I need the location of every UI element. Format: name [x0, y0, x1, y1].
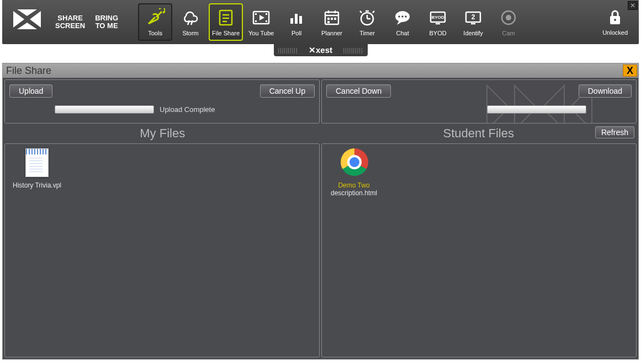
svg-rect-14 — [290, 18, 293, 24]
toolbar-item-label: Planner — [321, 30, 342, 36]
identify-icon: 2 — [463, 8, 484, 28]
file-share-close-button[interactable]: X — [623, 65, 637, 77]
toolbar-item-label: Storm — [182, 30, 198, 36]
svg-rect-10 — [255, 13, 257, 15]
download-button[interactable]: Download — [579, 84, 632, 98]
svg-rect-22 — [327, 21, 330, 23]
brand-text: ✕xest — [309, 45, 332, 55]
toolbar-identify-button[interactable]: 2 Identify — [456, 3, 490, 41]
svg-rect-21 — [334, 18, 336, 20]
toolbar-item-label: Timer — [359, 30, 375, 36]
svg-marker-45 — [515, 85, 537, 124]
toolbar-chat-button[interactable]: Chat — [385, 3, 420, 41]
svg-rect-13 — [266, 20, 267, 22]
upload-button[interactable]: Upload — [9, 84, 52, 98]
toolbar-tools-button[interactable]: Tools — [138, 3, 172, 41]
svg-point-43 — [614, 19, 616, 21]
chrome-icon — [341, 148, 367, 179]
student-files-header: Student Files — [321, 126, 637, 141]
youtube-icon — [251, 8, 272, 28]
toolbar-cam-button[interactable]: Cam — [491, 3, 526, 41]
cam-icon — [498, 8, 519, 28]
lock-button[interactable]: Unlocked — [602, 8, 628, 36]
share-screen-button[interactable]: SHARE SCREEN — [52, 14, 88, 30]
svg-marker-3 — [17, 23, 37, 29]
download-progress — [487, 105, 586, 114]
poll-icon — [286, 8, 307, 28]
top-toolbar: ✕ SHARE SCREEN BRING TO ME Tools Storm — [2, 0, 639, 44]
toolbar-byod-button[interactable]: BYOD BYOD — [421, 3, 455, 41]
file-share-title: File Share — [6, 65, 51, 77]
toolbar-item-label: Cam — [502, 30, 515, 36]
upload-panel: Upload Cancel Up Upload Complete — [4, 79, 320, 124]
toolbar-item-label: Identify — [463, 30, 483, 36]
svg-marker-44 — [487, 85, 509, 124]
file-item[interactable]: History Trivia.vpl — [9, 148, 65, 189]
svg-point-32 — [401, 15, 404, 18]
byod-icon: BYOD — [427, 8, 448, 28]
my-files-panel: History Trivia.vpl — [4, 143, 320, 357]
svg-rect-11 — [266, 13, 267, 15]
svg-point-31 — [398, 15, 400, 18]
file-name: description.html — [326, 189, 382, 197]
toolbar-item-label: Chat — [396, 30, 409, 36]
storm-icon — [180, 8, 201, 28]
toolbar-item-label: Poll — [292, 30, 301, 36]
tools-icon — [145, 8, 166, 28]
upload-status-label: Upload Complete — [160, 105, 215, 114]
my-files-header: My Files — [4, 126, 321, 141]
svg-rect-15 — [295, 14, 298, 24]
toolbar-close-button[interactable]: ✕ — [628, 1, 638, 10]
toolbar-youtube-button[interactable]: You Tube — [244, 3, 278, 41]
planner-icon — [321, 8, 342, 28]
file-share-titlebar: File Share X — [3, 63, 638, 78]
toolbar-item-label: File Share — [212, 30, 240, 36]
document-icon — [24, 148, 50, 179]
file-name: History Trivia.vpl — [9, 181, 65, 189]
toolbar-item-label: You Tube — [248, 30, 274, 36]
svg-marker-1 — [30, 11, 41, 28]
file-share-window: File Share X Upload Cancel Up Upload Com… — [2, 63, 639, 360]
lock-label: Unlocked — [602, 29, 628, 36]
upload-progress — [55, 105, 154, 114]
refresh-button[interactable]: Refresh — [595, 126, 634, 138]
cancel-up-button[interactable]: Cancel Up — [260, 84, 315, 98]
svg-rect-12 — [255, 20, 257, 22]
svg-marker-9 — [259, 15, 264, 20]
download-panel: Cancel Down Download — [321, 79, 637, 124]
app-logo — [2, 1, 52, 43]
svg-marker-46 — [542, 85, 564, 124]
svg-rect-20 — [331, 18, 333, 20]
brand-handle[interactable]: ✕xest — [274, 44, 368, 56]
cancel-down-button[interactable]: Cancel Down — [326, 84, 391, 98]
chat-icon — [392, 8, 413, 28]
bring-to-me-button[interactable]: BRING TO ME — [92, 14, 121, 30]
toolbar-item-label: Tools — [148, 30, 162, 36]
toolbar-timer-button[interactable]: Timer — [350, 3, 384, 41]
file-item[interactable]: Demo Two description.html — [326, 148, 382, 197]
toolbar-poll-button[interactable]: Poll — [279, 3, 314, 41]
svg-marker-2 — [17, 9, 37, 16]
toolbar-storm-button[interactable]: Storm — [173, 3, 208, 41]
file-share-icon — [215, 8, 236, 28]
timer-icon — [357, 8, 378, 28]
svg-marker-0 — [13, 11, 24, 28]
toolbar-file-share-button[interactable]: File Share — [209, 3, 243, 41]
svg-point-41 — [506, 15, 511, 20]
student-files-panel: Demo Two description.html — [321, 143, 637, 357]
svg-point-33 — [405, 15, 407, 18]
toolbar-item-label: BYOD — [429, 30, 446, 36]
svg-text:BYOD: BYOD — [432, 15, 444, 20]
lock-icon — [607, 8, 623, 27]
svg-rect-16 — [299, 16, 302, 24]
svg-rect-19 — [327, 18, 330, 20]
student-name: Demo Two — [326, 181, 382, 189]
toolbar-planner-button[interactable]: Planner — [315, 3, 349, 41]
svg-text:2: 2 — [472, 13, 475, 21]
